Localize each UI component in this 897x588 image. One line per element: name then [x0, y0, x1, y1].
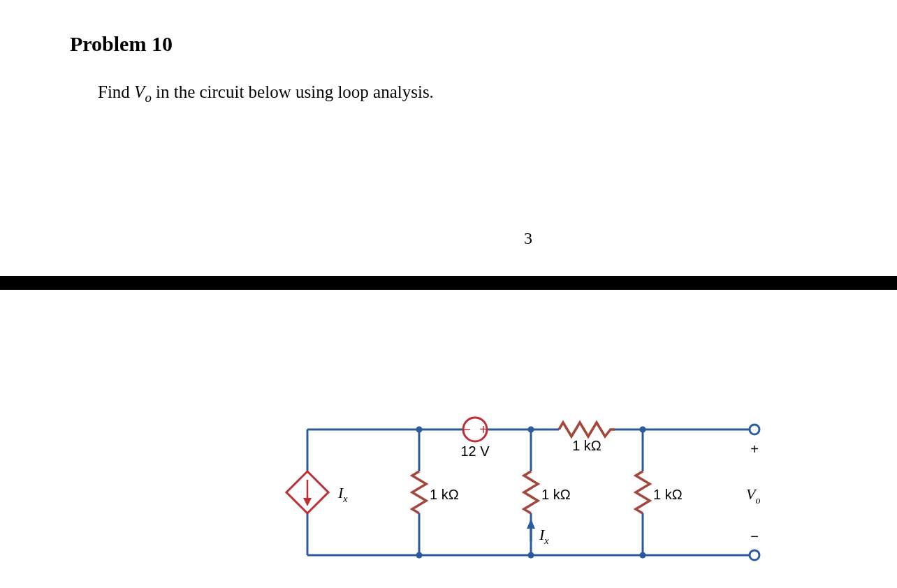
resistor-top-label: 1 kΩ	[572, 438, 601, 453]
dependent-source-label: Ix	[337, 484, 348, 504]
circuit-diagram: Ix 1 kΩ − + 12 V 1 kΩ Ix	[279, 402, 782, 583]
svg-point-23	[528, 427, 534, 433]
svg-point-21	[750, 550, 759, 560]
svg-point-24	[640, 427, 646, 433]
ix-arrow-label: Ix	[539, 526, 549, 546]
vo-label: Vo	[746, 485, 760, 506]
svg-point-20	[750, 425, 759, 434]
svg-point-25	[416, 552, 423, 559]
resistor-mid-vert-label: 1 kΩ	[541, 487, 571, 502]
voltage-source-label: 12 V	[460, 443, 490, 459]
problem-prompt: Find Vo in the circuit below using loop …	[98, 82, 434, 105]
svg-point-27	[640, 552, 646, 559]
resistor-right-vert-label: 1 kΩ	[653, 487, 683, 502]
page: Problem 10 Find Vo in the circuit below …	[0, 0, 897, 588]
prompt-prefix: Find	[98, 82, 134, 101]
resistor-left-vert-label: 1 kΩ	[430, 487, 459, 502]
svg-point-22	[416, 427, 423, 433]
svg-text:+: +	[479, 422, 488, 437]
vo-minus: −	[750, 529, 759, 544]
vo-plus: +	[750, 441, 759, 457]
divider-bar	[0, 276, 897, 290]
page-number: 3	[524, 229, 532, 248]
prompt-var-sub: o	[145, 90, 151, 105]
svg-text:−: −	[462, 422, 471, 437]
problem-title: Problem 10	[70, 32, 173, 56]
prompt-var: V	[134, 82, 145, 101]
svg-point-26	[528, 552, 534, 559]
prompt-suffix: in the circuit below using loop analysis…	[152, 82, 434, 101]
